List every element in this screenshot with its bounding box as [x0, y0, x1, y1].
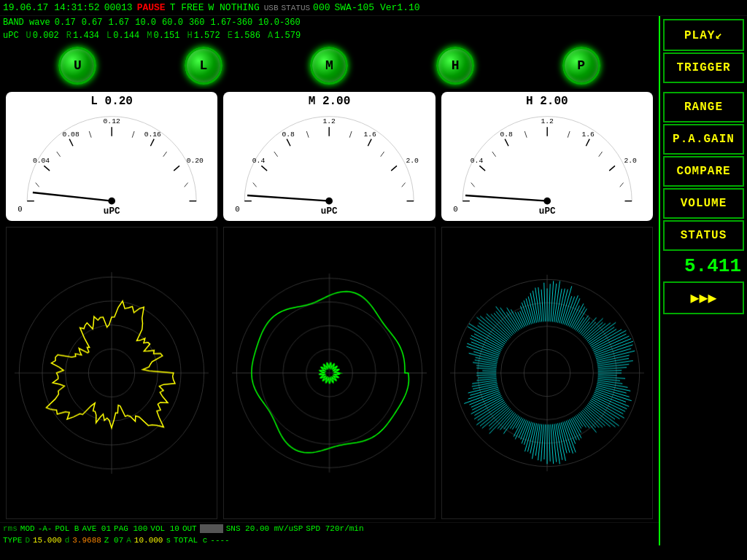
- status-label: STATUS: [282, 4, 311, 12]
- sidebar-volume-btn[interactable]: VOLUME: [663, 188, 744, 219]
- sidebar-pagain-btn[interactable]: P.A.GAIN: [663, 124, 744, 155]
- btn-u[interactable]: U: [58, 47, 96, 85]
- gauge-m-svg: 0 0.4 0.8 1.2 1.6 2.0: [226, 109, 432, 215]
- svg-text:uPC: uPC: [539, 206, 556, 215]
- svg-line-60: [568, 131, 570, 138]
- upc-r-val: 1.434: [73, 31, 99, 41]
- bottom-status-row1: rms MOD -A- POL B AVE 01 PAG 100 VOL 10 …: [0, 522, 659, 534]
- upc-m-val: 0.151: [153, 31, 179, 41]
- svg-line-27: [392, 166, 398, 171]
- sidebar-range-btn[interactable]: RANGE: [663, 92, 744, 122]
- gauge-h-svg: 0 0.4 0.8 1.2 1.6 2.0: [444, 109, 650, 215]
- rms-label: rms: [3, 524, 18, 533]
- svg-line-48: [586, 139, 589, 147]
- svg-line-57: [471, 183, 474, 187]
- sidebar-status-btn[interactable]: STATUS: [663, 220, 744, 251]
- band-row: BAND wave 0.17 0.67 1.67 10.0 60.0 360 1…: [0, 16, 659, 29]
- svg-text:uPC: uPC: [321, 206, 338, 215]
- polar-left: [6, 227, 217, 519]
- svg-text:0.08: 0.08: [63, 131, 80, 139]
- band-val-6: 360: [189, 18, 205, 28]
- svg-text:0.20: 0.20: [187, 157, 204, 165]
- pause-label: PAUSE: [137, 2, 166, 13]
- s-label: s: [166, 536, 171, 545]
- svg-line-41: [247, 195, 329, 201]
- gauges-row: L 0.20: [0, 89, 659, 224]
- btn-l[interactable]: L: [185, 47, 222, 85]
- svg-text:2.0: 2.0: [624, 157, 637, 165]
- polar-right: [441, 227, 653, 519]
- band-val-5: 60.0: [162, 18, 183, 28]
- svg-line-59: [525, 131, 527, 138]
- sidebar-play-btn[interactable]: PLAY↙: [663, 19, 744, 51]
- pol-label: POL B: [55, 524, 79, 533]
- btn-h[interactable]: H: [436, 47, 474, 85]
- upc-e-lbl: E: [228, 31, 233, 41]
- svg-text:1.2: 1.2: [541, 117, 554, 125]
- svg-line-23: [262, 166, 268, 171]
- svg-line-39: [381, 152, 384, 157]
- svg-text:2.0: 2.0: [406, 157, 419, 165]
- out-bar: [200, 524, 223, 533]
- upc-row: uPC U 0.002 R 1.434 L 0.144 M 0.151 H 1.…: [0, 29, 659, 42]
- svg-line-46: [505, 139, 508, 147]
- upc-a-lbl: A: [268, 31, 273, 41]
- polar-row: [0, 224, 659, 522]
- svg-line-18: [185, 183, 188, 187]
- svg-text:0: 0: [453, 205, 457, 214]
- svg-line-35: [253, 183, 257, 187]
- polar-canvas-1: [7, 228, 217, 518]
- sidebar-arrow-btn[interactable]: ▶▶▶: [663, 281, 744, 314]
- svg-line-62: [619, 183, 623, 187]
- pag-label: PAG 100: [114, 524, 147, 533]
- a-label: -A-: [38, 524, 53, 533]
- type-label: TYPE: [3, 536, 22, 545]
- svg-text:1.6: 1.6: [364, 131, 377, 139]
- svg-line-63: [465, 195, 547, 201]
- svg-line-13: [36, 183, 39, 187]
- sidebar-compare-btn[interactable]: COMPARE: [663, 156, 744, 187]
- d-label: D: [25, 536, 30, 545]
- a-bottom-label: A: [126, 536, 131, 545]
- band-label: BAND wave: [3, 18, 50, 28]
- band-val-3: 1.67: [108, 18, 129, 28]
- model-label: SWA-105 Ver1.10: [335, 2, 420, 13]
- bottom-status-row2: TYPE D 15.000 d 3.9688 Z 07 A 10.000 s T…: [0, 534, 659, 546]
- svg-text:0.4: 0.4: [470, 157, 483, 165]
- gauge-l-svg: 0 0.04 0.08 0.12 0.16 0.20: [9, 109, 214, 215]
- svg-point-20: [108, 198, 115, 205]
- sidebar-trigger-btn[interactable]: TRIGGER: [663, 52, 744, 83]
- spd-label: SPD 720r/min: [306, 524, 363, 533]
- z-label: Z 07: [104, 536, 123, 545]
- w-label: W NOTHING: [208, 2, 259, 13]
- svg-point-42: [326, 198, 333, 205]
- btn-p[interactable]: P: [562, 47, 600, 85]
- svg-text:0.04: 0.04: [33, 157, 50, 165]
- svg-line-15: [89, 131, 91, 138]
- polar-canvas-2: [224, 228, 434, 518]
- upc-u-val: 0.002: [33, 31, 59, 41]
- svg-text:0.16: 0.16: [144, 131, 161, 139]
- gauge-m-title: M 2.00: [226, 95, 432, 108]
- buttons-row: U L M H P: [0, 42, 659, 89]
- btn-m[interactable]: M: [310, 47, 348, 85]
- main-area: BAND wave 0.17 0.67 1.67 10.0 60.0 360 1…: [0, 16, 747, 545]
- svg-line-61: [598, 152, 602, 157]
- svg-line-14: [57, 152, 61, 157]
- svg-line-37: [307, 131, 309, 138]
- top-status-bar: 19.06.17 14:31:52 00013 PAUSE T FREE W N…: [0, 0, 747, 16]
- polar-middle: [223, 227, 435, 519]
- svg-line-2: [69, 139, 73, 147]
- svg-line-17: [163, 152, 167, 157]
- upc-l-val: 0.144: [113, 31, 139, 41]
- svg-line-58: [492, 152, 495, 157]
- svg-text:1.6: 1.6: [581, 131, 595, 139]
- mod-label: MOD: [20, 524, 35, 533]
- svg-text:0: 0: [18, 205, 22, 214]
- upc-h-lbl: H: [187, 31, 192, 41]
- svg-line-38: [350, 131, 352, 138]
- upc-u-lbl: U: [26, 31, 31, 41]
- sns-label: SNS 20.00 mV/uSP: [226, 524, 303, 533]
- svg-text:1.2: 1.2: [323, 117, 336, 125]
- d-value: 15.000: [33, 536, 62, 545]
